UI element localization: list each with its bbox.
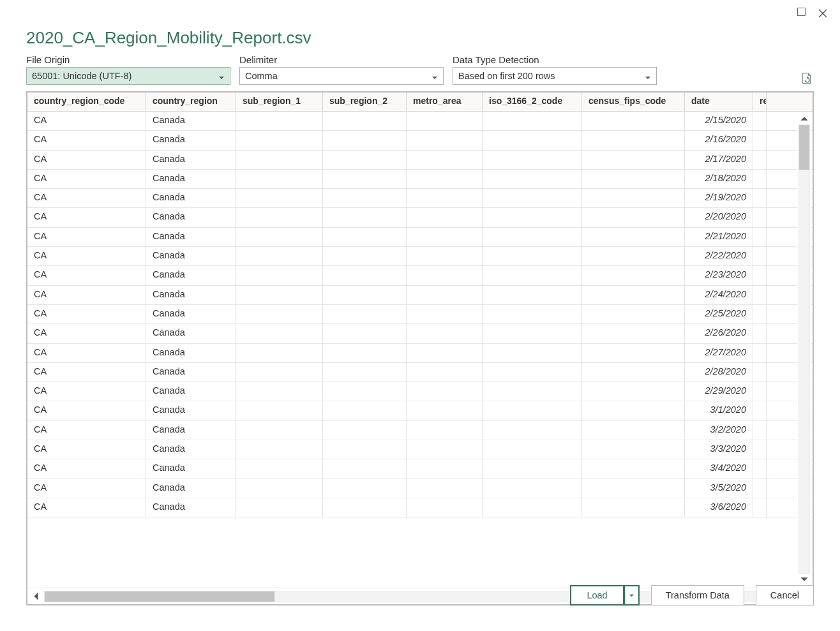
file-origin-value: 65001: Unicode (UTF-8) bbox=[32, 71, 131, 81]
table-cell bbox=[407, 344, 483, 362]
scroll-track[interactable] bbox=[799, 124, 810, 574]
table-row[interactable]: CACanada2/25/2020 bbox=[27, 305, 813, 324]
table-row[interactable]: CACanada3/4/2020 bbox=[27, 459, 813, 479]
table-cell: CA bbox=[27, 479, 146, 498]
scroll-thumb[interactable] bbox=[799, 125, 809, 170]
table-cell bbox=[582, 305, 685, 323]
table-row[interactable]: CACanada2/22/2020 bbox=[27, 247, 813, 266]
table-row[interactable]: CACanada2/19/2020 bbox=[27, 189, 813, 208]
table-row[interactable]: CACanada2/18/2020 bbox=[27, 170, 813, 189]
table-cell: 2/27/2020 bbox=[685, 344, 753, 362]
table-cell bbox=[483, 228, 582, 246]
table-cell bbox=[236, 208, 323, 226]
table-cell: CA bbox=[27, 324, 146, 343]
table-cell bbox=[582, 247, 685, 265]
table-row[interactable]: CACanada3/1/2020 bbox=[27, 401, 813, 420]
table-cell bbox=[236, 170, 323, 188]
table-cell bbox=[753, 170, 767, 188]
table-cell bbox=[236, 324, 323, 343]
scroll-left-icon[interactable] bbox=[27, 590, 44, 604]
table-cell bbox=[753, 228, 767, 246]
maximize-icon[interactable] bbox=[797, 8, 806, 16]
file-origin-label: File Origin bbox=[26, 54, 230, 65]
table-cell: 2/28/2020 bbox=[685, 363, 753, 382]
table-cell: 2/17/2020 bbox=[685, 151, 753, 169]
table-row[interactable]: CACanada2/15/2020 bbox=[27, 112, 813, 131]
load-dropdown-button[interactable] bbox=[624, 585, 640, 605]
table-row[interactable]: CACanada2/21/2020 bbox=[27, 228, 813, 247]
table-cell bbox=[323, 286, 407, 304]
table-cell bbox=[323, 382, 407, 401]
table-cell bbox=[236, 112, 323, 130]
column-header[interactable]: country_region bbox=[146, 93, 236, 111]
table-cell: Canada bbox=[146, 228, 236, 246]
table-cell bbox=[753, 112, 767, 130]
table-row[interactable]: CACanada3/2/2020 bbox=[27, 421, 813, 440]
table-row[interactable]: CACanada2/28/2020 bbox=[27, 363, 813, 382]
table-cell: CA bbox=[27, 498, 146, 517]
vertical-scrollbar[interactable] bbox=[797, 113, 811, 585]
table-cell bbox=[236, 440, 323, 459]
column-header[interactable]: sub_region_1 bbox=[236, 93, 323, 111]
column-header[interactable]: metro_area bbox=[407, 93, 483, 111]
table-cell bbox=[582, 131, 685, 149]
column-header[interactable]: sub_region_2 bbox=[323, 93, 407, 111]
close-icon[interactable] bbox=[817, 8, 829, 19]
column-header[interactable]: re bbox=[753, 93, 767, 111]
table-cell bbox=[236, 228, 323, 246]
table-cell bbox=[236, 266, 323, 285]
refresh-preview-button[interactable] bbox=[800, 72, 814, 86]
cancel-button[interactable]: Cancel bbox=[756, 585, 814, 605]
table-cell bbox=[483, 151, 582, 169]
table-row[interactable]: CACanada2/24/2020 bbox=[27, 286, 813, 305]
table-cell: 2/15/2020 bbox=[685, 112, 753, 130]
table-cell: 2/18/2020 bbox=[685, 170, 753, 188]
scroll-down-icon[interactable] bbox=[798, 574, 811, 585]
table-cell: Canada bbox=[146, 247, 236, 265]
table-cell: Canada bbox=[146, 208, 236, 226]
scroll-thumb[interactable] bbox=[45, 591, 274, 602]
table-cell bbox=[407, 440, 483, 459]
table-cell bbox=[753, 382, 767, 401]
table-cell bbox=[753, 479, 767, 498]
table-cell bbox=[483, 401, 582, 420]
table-cell bbox=[582, 344, 685, 362]
load-button[interactable]: Load bbox=[570, 585, 624, 605]
detection-value: Based on first 200 rows bbox=[458, 71, 555, 81]
table-cell bbox=[407, 228, 483, 246]
table-cell bbox=[236, 305, 323, 323]
column-header[interactable]: census_fips_code bbox=[582, 93, 685, 111]
table-row[interactable]: CACanada3/5/2020 bbox=[27, 479, 813, 498]
table-cell bbox=[407, 151, 483, 169]
table-row[interactable]: CACanada3/3/2020 bbox=[27, 440, 813, 459]
transform-data-button[interactable]: Transform Data bbox=[651, 585, 744, 605]
table-cell bbox=[323, 305, 407, 323]
table-cell: 2/29/2020 bbox=[685, 382, 753, 401]
table-cell: CA bbox=[27, 151, 146, 169]
table-row[interactable]: CACanada2/20/2020 bbox=[27, 208, 813, 227]
table-row[interactable]: CACanada2/16/2020 bbox=[27, 131, 813, 150]
table-row[interactable]: CACanada2/26/2020 bbox=[27, 324, 813, 343]
delimiter-dropdown[interactable]: Comma bbox=[239, 67, 444, 85]
table-cell bbox=[236, 247, 323, 265]
table-cell bbox=[407, 382, 483, 401]
table-cell bbox=[582, 228, 685, 246]
table-row[interactable]: CACanada2/29/2020 bbox=[27, 382, 813, 401]
table-cell bbox=[753, 324, 767, 343]
grid-header-row: country_region_code country_region sub_r… bbox=[27, 93, 813, 112]
table-cell bbox=[753, 498, 767, 517]
scroll-up-icon[interactable] bbox=[798, 113, 811, 124]
column-header[interactable]: iso_3166_2_code bbox=[483, 93, 582, 111]
table-cell: CA bbox=[27, 189, 146, 207]
column-header[interactable]: date bbox=[685, 93, 753, 111]
table-cell: Canada bbox=[146, 266, 236, 285]
table-row[interactable]: CACanada2/27/2020 bbox=[27, 344, 813, 363]
table-cell bbox=[483, 305, 582, 323]
table-cell bbox=[407, 401, 483, 420]
table-row[interactable]: CACanada2/17/2020 bbox=[27, 151, 813, 170]
data-type-detection-dropdown[interactable]: Based on first 200 rows bbox=[453, 67, 657, 85]
table-row[interactable]: CACanada2/23/2020 bbox=[27, 266, 813, 285]
file-origin-dropdown[interactable]: 65001: Unicode (UTF-8) bbox=[26, 67, 230, 85]
column-header[interactable]: country_region_code bbox=[27, 93, 146, 111]
table-row[interactable]: CACanada3/6/2020 bbox=[27, 498, 813, 517]
